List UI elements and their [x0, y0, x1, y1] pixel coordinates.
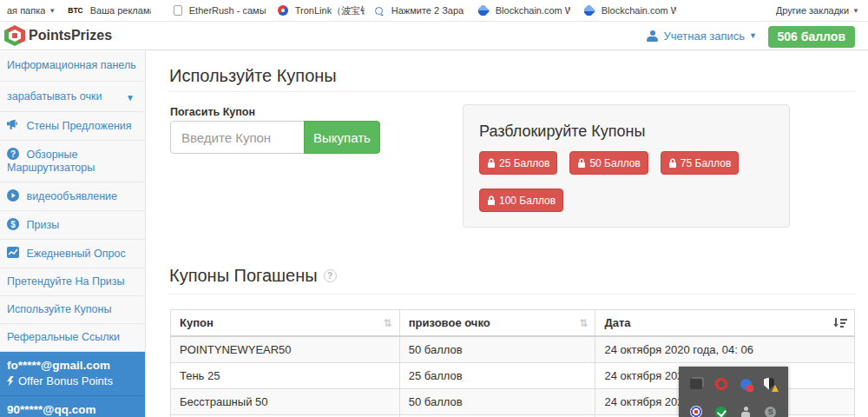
bookmark-label: Нажмите 2 Зараб: [391, 5, 464, 16]
sidebar-item-daily-poll[interactable]: Ежедневный Опрос: [0, 240, 145, 268]
column-header-date[interactable]: Дата: [595, 310, 855, 337]
sidebar-account-gmail[interactable]: fo*****@gmail.com Offer Bonus Points: [0, 352, 145, 396]
table-row: POINTYNEWYEAR50 50 баллов 24 октября 202…: [171, 336, 855, 363]
bookmarks-bar: ая папка ▼ BTC Ваша реклама в с EtherRus…: [0, 0, 868, 22]
coupon-input[interactable]: [170, 121, 305, 154]
unlock-25-button[interactable]: 25 Баллов: [479, 151, 557, 175]
cell-coupon: POINTYNEWYEAR50: [171, 336, 400, 363]
unlock-panel-title: Разблокируйте Купоны: [479, 122, 645, 141]
lock-icon: [668, 158, 677, 169]
brand-name: PointsPrizes: [29, 28, 112, 43]
coupon-input-group: Выкупать: [170, 121, 380, 154]
chevron-down-icon: ▼: [49, 7, 56, 15]
divider: [169, 294, 855, 295]
unlock-100-button[interactable]: 100 Баллов: [479, 189, 563, 212]
column-header-points[interactable]: призовое очко⇅: [399, 310, 595, 337]
account-email: 90*****@qq.com: [7, 403, 138, 417]
bookmark-label: Ваша реклама в с: [90, 5, 151, 16]
bookmark-label: EtherRush - самый: [189, 5, 266, 16]
tray-target-icon[interactable]: [684, 398, 709, 417]
sidebar-item-label: Используйте Купоны: [7, 303, 111, 315]
brand-logo[interactable]: PointsPrizes: [4, 25, 112, 46]
cell-coupon: Тень 25: [171, 363, 400, 389]
column-header-coupon[interactable]: Купон⇅: [171, 310, 400, 337]
account-label: Учетная запись: [663, 30, 745, 43]
tray-antivirus-icon[interactable]: [709, 398, 734, 417]
bookmark-folder-label: ая папка: [7, 5, 45, 16]
sidebar-item-prizes[interactable]: $ Призы: [0, 211, 145, 240]
sidebar-item-claim-prizes[interactable]: Претендуйте На Призы: [0, 268, 145, 296]
search-icon: [375, 7, 383, 15]
btc-icon: BTC: [68, 6, 82, 15]
lock-icon: [487, 195, 496, 206]
lightning-icon: [7, 376, 14, 387]
tray-app-icon[interactable]: [733, 370, 759, 398]
person-icon: [647, 30, 658, 42]
sidebar: Информационная панель зарабатывать очки …: [0, 51, 146, 417]
sidebar-item-label: Ежедневный Опрос: [26, 248, 125, 260]
tray-shield-warning-icon[interactable]: [759, 370, 784, 398]
sidebar-item-use-coupons[interactable]: Используйте Купоны: [0, 296, 145, 324]
sidebar-item-label: Стены Предложения: [26, 120, 131, 132]
cell-points: 25 баллов: [399, 363, 595, 389]
points-badge[interactable]: 506 баллов: [768, 26, 855, 48]
tray-person-icon[interactable]: [733, 398, 759, 417]
bookmark-label: TronLink（波宝钱包: [295, 4, 365, 17]
tray-s-icon[interactable]: S: [759, 398, 784, 417]
bookmark-item[interactable]: Нажмите 2 Зараб: [375, 5, 464, 16]
coupons-redeemed-title: Купоны Погашены?: [169, 266, 337, 286]
page-icon: [174, 5, 182, 16]
cell-points: 50 баллов: [399, 389, 595, 415]
cell-coupon: Бесстрашный 50: [171, 389, 400, 415]
bookmark-item[interactable]: Blockchain.com Wa: [584, 5, 676, 16]
sidebar-item-earn-points[interactable]: зарабатывать очки ▼: [0, 82, 145, 112]
sort-icon: ⇅: [579, 317, 588, 329]
system-tray-popup: S: [679, 367, 788, 417]
redeem-coupon-label: Погасить Купон: [170, 106, 255, 118]
other-bookmarks-label: Другие закладки: [776, 5, 849, 16]
blockchain-icon: [478, 5, 490, 16]
bookmark-folder[interactable]: ая папка ▼: [7, 5, 56, 16]
sidebar-item-label: Претендуйте На Призы: [7, 275, 125, 288]
account-sub-label: Offer Bonus Points: [18, 374, 113, 387]
main-content: Используйте Купоны Погасить Купон Выкупа…: [147, 51, 868, 417]
redeem-button[interactable]: Выкупать: [304, 121, 380, 154]
bookmark-item[interactable]: BTC Ваша реклама в с: [68, 5, 150, 16]
lock-icon: [577, 158, 586, 169]
cell-points: 50 баллов: [399, 336, 595, 363]
bookmark-label: Blockchain.com Wa: [602, 5, 676, 16]
account-menu[interactable]: Учетная запись ▼: [647, 22, 757, 50]
unlock-75-button[interactable]: 75 Баллов: [661, 151, 739, 175]
account-email: fo*****@gmail.com: [7, 359, 138, 373]
dollar-icon: $: [7, 218, 21, 230]
unlock-coupons-panel: Разблокируйте Купоны 25 Баллов50 Баллов7…: [463, 104, 790, 228]
sidebar-item-referral-links[interactable]: Реферальные Ссылки: [0, 324, 145, 352]
divider: [169, 91, 855, 92]
svg-text:$: $: [10, 220, 16, 229]
page-title: Используйте Купоны: [169, 66, 337, 86]
play-circle-icon: [7, 189, 21, 202]
bookmark-label: Blockchain.com Wa: [496, 5, 570, 16]
bookmark-item[interactable]: TronLink（波宝钱包: [278, 4, 365, 17]
svg-text:?: ?: [10, 149, 16, 159]
sidebar-item-dashboard[interactable]: Информационная панель: [0, 51, 145, 82]
sidebar-item-video-ads[interactable]: видеообъявление: [0, 182, 145, 211]
other-bookmarks[interactable]: Другие закладки ▼: [776, 5, 859, 16]
tray-folder-icon[interactable]: [684, 370, 709, 398]
sidebar-item-label: Призы: [26, 219, 59, 231]
bookmark-item[interactable]: Blockchain.com Wa: [478, 5, 570, 16]
sidebar-item-offer-walls[interactable]: Стены Предложения: [0, 112, 145, 141]
sidebar-item-label: Реферальные Ссылки: [7, 331, 120, 343]
tray-opera-icon[interactable]: [709, 370, 734, 398]
unlock-50-button[interactable]: 50 Баллов: [569, 151, 648, 175]
sidebar-item-label: зарабатывать очки: [7, 90, 102, 103]
sidebar-item-label: Информационная панель: [7, 59, 136, 71]
chevron-down-icon: ▼: [749, 31, 757, 40]
bookmark-item[interactable]: EtherRush - самый: [174, 5, 266, 16]
sort-desc-icon: [835, 317, 847, 329]
chart-icon: [7, 247, 21, 259]
sidebar-account-qq[interactable]: 90*****@qq.com Offer Bonus Points: [0, 396, 145, 417]
sidebar-item-survey-routers[interactable]: ? Обзорные Маршрутизаторы: [0, 141, 145, 182]
cell-date: 24 октября 2020 года, 04: 06: [595, 336, 855, 363]
help-icon[interactable]: ?: [324, 269, 337, 282]
